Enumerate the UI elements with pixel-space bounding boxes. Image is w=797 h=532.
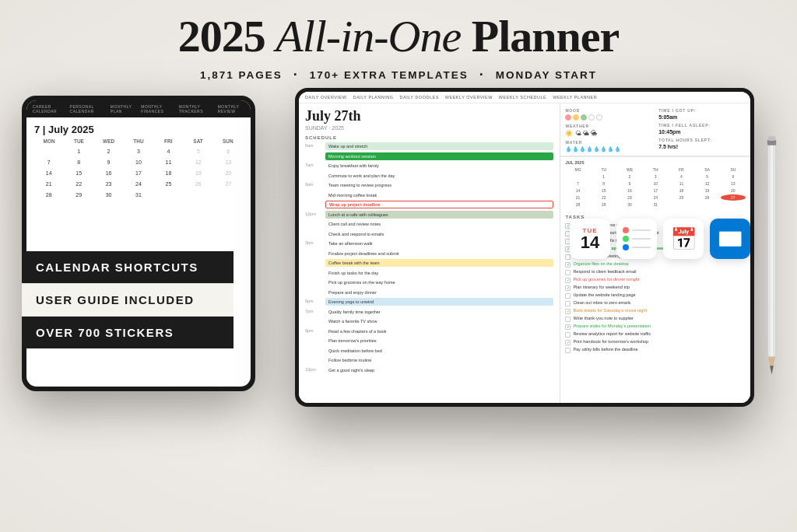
planner-left-column: July 27th SUNDAY · 2025 SCHEDULE 5am Wak… xyxy=(299,103,560,403)
outlook-icon[interactable]: 📧 xyxy=(710,219,750,259)
schedule-item: Mid-morning coffee break xyxy=(305,191,553,199)
task-item: Clean out inbox to zero emails xyxy=(565,300,746,306)
schedule-item: Prepare and enjoy dinner xyxy=(305,289,553,296)
app-icons-row: TUE 14 📅 xyxy=(570,219,750,259)
task-item: Respond to client feedback email xyxy=(565,269,746,275)
schedule-item: Watch a favorite TV show xyxy=(305,317,553,325)
planner-day: SUNDAY · 2025 xyxy=(305,125,553,131)
water-section: WATER 💧💧💧💧💧💧💧💧 xyxy=(565,140,652,152)
main-content: CAREER CALENDAR PERSONAL CALENDAR MONTHL… xyxy=(0,96,797,532)
schedule-item: 10pm Get a good night's sleep xyxy=(305,366,553,374)
schedule-item: Plan tomorrow's priorities xyxy=(305,337,553,345)
badge-stickers: OVER 700 STICKERS xyxy=(22,317,233,348)
right-top-metrics: MOOD xyxy=(560,103,750,156)
schedule-item: Morning workout session xyxy=(305,152,553,160)
task-item: Pay utility bills before the deadline xyxy=(565,347,746,353)
task-item: ✓ Organize files on the desktop xyxy=(565,261,746,268)
task-item: ✓ Print handouts for tomorrow's workshop xyxy=(565,339,746,345)
reminders-list-icon[interactable] xyxy=(616,219,657,259)
mood-section: MOOD xyxy=(565,108,652,121)
google-calendar-icon[interactable]: 📅 xyxy=(663,219,704,259)
planner-date: July 27th xyxy=(305,108,553,124)
schedule-item: 5am Wake up and stretch xyxy=(305,142,553,150)
task-item: Review analytics report for website traf… xyxy=(565,331,746,338)
right-tablet-nav: DAILY OVERVIEW DAILY PLANNING DAILY DOOD… xyxy=(299,92,750,103)
page-wrapper: 2025 All-in-One Planner 1,871 PAGES · 17… xyxy=(0,0,797,532)
schedule-item: 3pm Take an afternoon walk xyxy=(305,240,553,247)
calendar-date-number: 14 xyxy=(581,234,599,251)
pencil-icon xyxy=(762,135,781,387)
schedule-item: Commute to work and plan the day xyxy=(305,172,553,180)
mini-calendar: JUL 2025 MO TU WE TH FR SA SU 1 xyxy=(560,156,750,211)
svg-rect-1 xyxy=(769,143,771,356)
schedule-item: 9am Team meeting to review progress xyxy=(305,181,553,189)
schedule-item: Finish up tasks for the day xyxy=(305,269,553,277)
task-item: ✓ Pick up groceries for dinner tonight xyxy=(565,277,746,283)
pages-count: 1,871 PAGES xyxy=(200,69,283,81)
svg-rect-6 xyxy=(768,136,775,141)
mood-circles xyxy=(565,114,652,121)
templates-count: 170+ EXTRA TEMPLATES xyxy=(310,69,469,81)
schedule-item: 9pm Read a few chapters of a book xyxy=(305,327,553,335)
schedule-item: Wrap up project deadline xyxy=(305,201,553,208)
schedule-item: 6pm Evening yoga to unwind xyxy=(305,298,553,306)
schedule-item: Quick meditation before bed xyxy=(305,347,553,355)
svg-rect-2 xyxy=(773,143,774,356)
schedule-item: Finalize project deadlines and submit xyxy=(305,250,553,257)
feature-badges: CALENDAR SHORTCUTS USER GUIDE INCLUDED O… xyxy=(22,251,233,348)
schedule-item: 7pm Quality family time together xyxy=(305,308,553,316)
schedule-item: Follow bedtime routine xyxy=(305,356,553,364)
schedule-item: 7am Enjoy breakfast with family xyxy=(305,162,553,170)
left-tablet-nav: CAREER CALENDAR PERSONAL CALENDAR MONTHL… xyxy=(26,100,251,117)
schedule-item: Coffee break with the team xyxy=(305,259,553,267)
task-item: ✓ Book tickets for Saturday's movie nigh… xyxy=(565,308,746,314)
weather-section: WEATHER ☀️ 🌤 🌥 🌦 xyxy=(565,124,652,137)
schedule-header: SCHEDULE xyxy=(305,135,553,140)
header-title: 2025 All-in-One Planner xyxy=(178,14,620,59)
task-item: ✓ Prepare slides for Monday's presentati… xyxy=(565,324,746,330)
subtitle-row: 1,871 PAGES · 170+ EXTRA TEMPLATES · MON… xyxy=(200,67,597,83)
title-planner: Planner xyxy=(461,11,619,61)
mini-cal-grid: MO TU WE TH FR SA SU 1 2 3 xyxy=(565,166,746,208)
schedule-item: Pick up groceries on the way home xyxy=(305,278,553,286)
schedule-item: 12pm Lunch at a cafe with colleagues xyxy=(305,211,553,219)
task-item: Write thank-you note to supplier xyxy=(565,316,746,322)
svg-marker-4 xyxy=(770,366,774,374)
main-title: 2025 All-in-One Planner xyxy=(178,14,620,59)
schedule-item: Client call and review notes xyxy=(305,220,553,228)
title-italic: All-in-One xyxy=(276,11,461,61)
calendar-month-title: 7 | July 2025 xyxy=(26,117,251,138)
schedule-item: Check and respond to emails xyxy=(305,230,553,238)
title-year: 2025 xyxy=(178,11,276,61)
task-item: Update the website landing page xyxy=(565,292,746,299)
task-item: ✓ Plan itinerary for weekend trip xyxy=(565,285,746,291)
dot2: · xyxy=(479,67,485,83)
calendar-grid: 1 2 3 4 5 6 7 8 9 10 11 12 13 14 15 16 1 xyxy=(26,146,251,200)
badge-calendar-shortcuts: CALENDAR SHORTCUTS xyxy=(22,251,233,283)
calendar-day-headers: MON TUE WED THU FRI SAT SUN xyxy=(26,138,251,144)
reminders-app-icon[interactable]: TUE 14 xyxy=(570,219,610,259)
badge-user-guide: USER GUIDE INCLUDED xyxy=(22,283,233,317)
dot1: · xyxy=(293,67,299,83)
monday-start: MONDAY START xyxy=(496,69,597,81)
